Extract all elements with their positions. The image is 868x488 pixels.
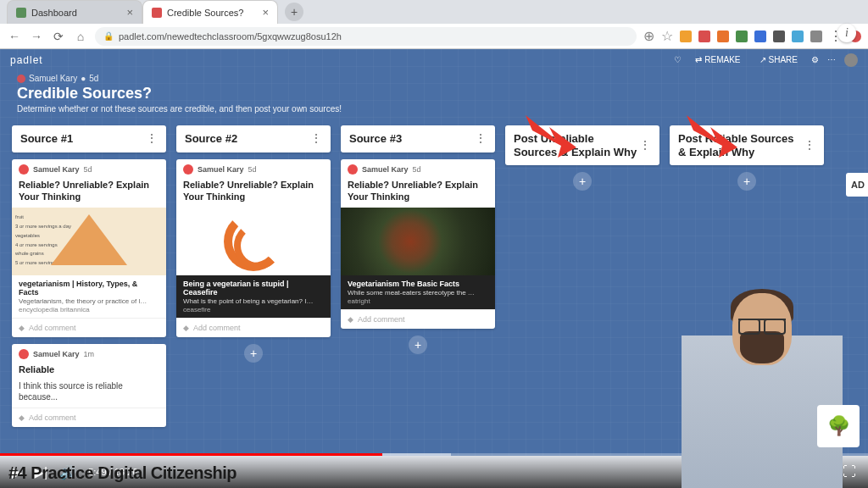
- card-age: 5d: [413, 165, 421, 174]
- heart-icon[interactable]: ♡: [674, 55, 682, 64]
- card-header: Samuel Kary 1m: [12, 344, 166, 362]
- card-age: 1m: [84, 350, 95, 358]
- avatar-icon[interactable]: [844, 53, 858, 67]
- video-caption-overlay: #4 Practice Digital Citizenship: [8, 463, 236, 483]
- post-card[interactable]: Samuel Kary 5d Reliable? Unreliable? Exp…: [341, 159, 495, 330]
- card-image-swirl: [176, 208, 331, 275]
- add-card-button[interactable]: +: [409, 336, 427, 354]
- card-body: I think this source is reliable because.…: [12, 380, 166, 408]
- close-icon[interactable]: ×: [126, 6, 133, 19]
- add-comment[interactable]: ◆ Add comment: [341, 309, 495, 329]
- comment-label: Add comment: [29, 413, 76, 422]
- gear-icon[interactable]: ⚙: [811, 55, 819, 64]
- browser-toolbar: ← → ⟳ ⌂ 🔒 padlet.com/newedtechclassroom/…: [0, 24, 868, 49]
- extension-icon[interactable]: [792, 30, 804, 42]
- caption-title: Vegetarianism The Basic Facts: [348, 280, 488, 288]
- more-icon[interactable]: ⋮: [146, 136, 158, 141]
- home-button[interactable]: ⌂: [73, 30, 88, 43]
- star-icon[interactable]: ⊕: [643, 28, 654, 44]
- card-header: Samuel Kary 5d: [341, 159, 495, 177]
- extension-icon[interactable]: [736, 30, 748, 42]
- add-comment[interactable]: ◆ Add comment: [12, 408, 166, 427]
- board-title: Credible Sources?: [17, 85, 851, 103]
- caption-source: encyclopedia britannica: [19, 306, 159, 313]
- column-header[interactable]: Source #2 ⋮: [176, 125, 331, 152]
- more-icon[interactable]: ⋮: [639, 142, 651, 148]
- column-header[interactable]: Source #3 ⋮: [341, 125, 495, 152]
- column-source-1: Source #1 ⋮ Samuel Kary 5d Reliable? Unr…: [12, 125, 166, 427]
- extension-icons: ⊕ ☆ ⋮: [643, 28, 861, 44]
- board-subtitle: Determine whether or not these sources a…: [17, 104, 851, 114]
- card-caption: Being a vegetarian is stupid | Ceasefire…: [176, 275, 331, 318]
- add-card-button[interactable]: +: [573, 172, 592, 191]
- comment-icon: ◆: [183, 324, 189, 332]
- info-icon[interactable]: i: [837, 24, 856, 42]
- card-header: Samuel Kary 5d: [12, 159, 166, 177]
- board-author: Samuel Kary ● 5d: [17, 74, 851, 83]
- column-source-3: Source #3 ⋮ Samuel Kary 5d Reliable? Unr…: [341, 125, 495, 354]
- comment-icon: ◆: [19, 324, 25, 332]
- add-comment[interactable]: ◆ Add comment: [12, 318, 166, 337]
- extension-icon[interactable]: [754, 30, 766, 42]
- reload-button[interactable]: ⟳: [51, 30, 66, 43]
- card-age: 5d: [84, 165, 92, 174]
- card-title: Reliable? Unreliable? Explain Your Think…: [176, 177, 331, 208]
- add-comment[interactable]: ◆ Add comment: [176, 318, 331, 337]
- comment-icon: ◆: [348, 315, 353, 324]
- svg-marker-0: [526, 115, 576, 158]
- avatar-icon: [19, 164, 29, 175]
- browser-chrome: Dashboard × Credible Sources? × + ← → ⟳ …: [0, 0, 868, 49]
- favicon-icon: [152, 8, 162, 18]
- more-icon[interactable]: ⋮: [475, 136, 487, 141]
- favicon-icon: [16, 8, 26, 18]
- caption-source: eatright: [348, 297, 488, 305]
- tab-strip: Dashboard × Credible Sources? × +: [0, 0, 868, 24]
- new-tab-button[interactable]: +: [285, 3, 303, 21]
- add-card-button[interactable]: +: [244, 344, 263, 363]
- tab-dashboard[interactable]: Dashboard ×: [7, 0, 142, 24]
- post-card[interactable]: Samuel Kary 1m Reliable I think this sou…: [12, 344, 166, 427]
- extension-icon[interactable]: [810, 30, 822, 42]
- url-text: padlet.com/newedtechclassroom/5gxqwwzug8…: [119, 31, 342, 42]
- fullscreen-button[interactable]: ⛶: [843, 464, 856, 480]
- tab-credible-sources[interactable]: Credible Sources? ×: [142, 0, 278, 24]
- card-caption: Vegetarianism The Basic Facts While some…: [341, 275, 495, 309]
- card-title: Reliable? Unreliable? Explain Your Think…: [341, 177, 495, 208]
- more-icon[interactable]: ⋮: [804, 142, 815, 148]
- padlet-header: padlet ♡ ⇄ REMAKE ↗ SHARE ⚙ ⋯: [0, 49, 868, 70]
- avatar-icon: [19, 349, 29, 359]
- caption-title: Being a vegetarian is stupid | Ceasefire: [183, 280, 324, 297]
- star-icon[interactable]: ☆: [661, 28, 673, 44]
- post-card[interactable]: Samuel Kary 5d Reliable? Unreliable? Exp…: [12, 159, 166, 338]
- extension-icon[interactable]: [717, 30, 729, 42]
- channel-logo: 🌳: [817, 405, 860, 447]
- card-age: 5d: [248, 165, 257, 174]
- padlet-logo[interactable]: padlet: [10, 54, 43, 66]
- arrow-annotation: [526, 115, 576, 158]
- card-header: Samuel Kary 5d: [176, 159, 331, 177]
- column-header[interactable]: Source #1 ⋮: [12, 125, 166, 152]
- comment-icon: ◆: [19, 413, 25, 422]
- more-icon[interactable]: ⋯: [827, 55, 836, 64]
- presenter-overlay: [682, 285, 843, 488]
- card-title: Reliable? Unreliable? Explain Your Think…: [12, 177, 166, 208]
- extension-icon[interactable]: [698, 30, 710, 42]
- forward-button[interactable]: →: [29, 30, 44, 43]
- post-card[interactable]: Samuel Kary 5d Reliable? Unreliable? Exp…: [176, 159, 331, 338]
- back-button[interactable]: ←: [7, 30, 22, 43]
- column-title: Source #1: [20, 132, 73, 146]
- card-author: Samuel Kary: [33, 165, 80, 174]
- add-card-button[interactable]: +: [737, 172, 756, 191]
- more-icon[interactable]: ⋮: [310, 136, 322, 141]
- board-meta: Samuel Kary ● 5d Credible Sources? Deter…: [0, 70, 868, 120]
- share-button[interactable]: ↗ SHARE: [754, 53, 803, 67]
- avatar-icon: [348, 164, 358, 175]
- close-icon[interactable]: ×: [262, 6, 269, 19]
- food-pyramid-icon: [51, 214, 127, 265]
- remake-button[interactable]: ⇄ REMAKE: [690, 53, 745, 67]
- extension-icon[interactable]: [680, 30, 692, 42]
- url-bar[interactable]: 🔒 padlet.com/newedtechclassroom/5gxqwwzu…: [95, 27, 637, 46]
- card-image-salad: [341, 208, 495, 275]
- extension-icon[interactable]: [773, 30, 785, 42]
- add-column-button[interactable]: AD: [846, 173, 868, 197]
